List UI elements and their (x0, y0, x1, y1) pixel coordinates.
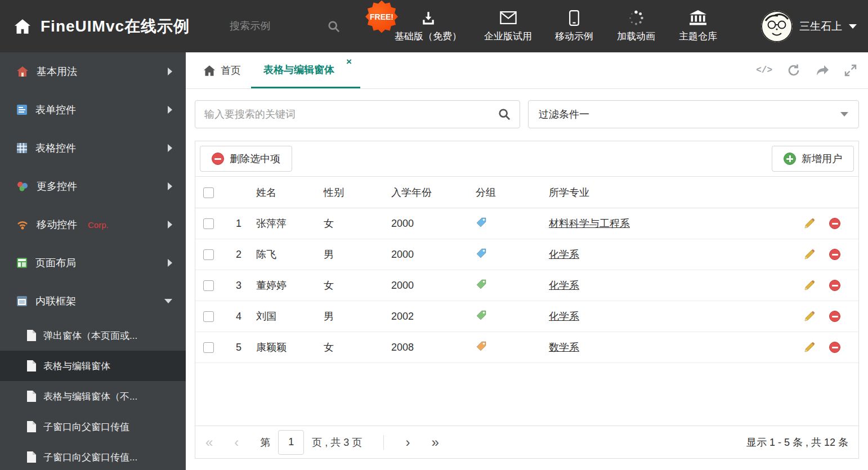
tab-grid-edit-window[interactable]: 表格与编辑窗体 × (251, 52, 360, 88)
file-icon (27, 391, 36, 402)
row-number: 5 (222, 332, 245, 363)
house-icon (17, 66, 28, 77)
table-row: 5 康颖颖 女 2008 数学系 (195, 332, 858, 363)
edit-pencil-icon[interactable] (803, 279, 816, 292)
major-link[interactable]: 数学系 (549, 342, 579, 353)
delete-selected-button[interactable]: 删除选中项 (200, 146, 292, 172)
row-checkbox[interactable] (203, 311, 214, 322)
nav-label: 主题仓库 (679, 30, 717, 43)
select-all-checkbox[interactable] (203, 187, 214, 198)
nav-item-mobile-demo[interactable]: 移动示例 (554, 10, 594, 43)
share-arrow-icon[interactable] (815, 64, 830, 77)
filter-bar: 过滤条件一 (195, 100, 859, 128)
page-number-input[interactable] (278, 430, 304, 455)
free-badge: FREE! (365, 1, 398, 33)
file-icon (27, 330, 36, 341)
filter-dropdown[interactable]: 过滤条件一 (528, 100, 859, 128)
column-header-name[interactable]: 姓名 (245, 177, 312, 208)
sidebar-item-grid-controls[interactable]: 表格控件 (0, 129, 186, 167)
tab-home[interactable]: 首页 (194, 52, 251, 88)
search-icon[interactable] (328, 20, 340, 33)
row-number: 4 (222, 301, 245, 332)
users-table: 姓名 性别 入学年份 分组 所学专业 1 张萍萍 女 2000 材料科学与工程系 (195, 176, 858, 363)
major-link[interactable]: 化学系 (549, 249, 579, 260)
delete-row-icon[interactable] (829, 342, 840, 353)
pagination-bar: « ‹ 第 页 , 共 3 页 › » 显示 1 - 5 条 , 共 12 条 (195, 426, 858, 458)
delete-row-icon[interactable] (829, 218, 840, 229)
chevron-right-icon (168, 106, 172, 114)
major-link[interactable]: 化学系 (549, 280, 579, 291)
sidebar-item-label: 表格控件 (35, 141, 76, 155)
edit-pencil-icon[interactable] (803, 341, 816, 353)
sidebar-item-form-controls[interactable]: 表单控件 (0, 91, 186, 129)
tag-icon (476, 279, 487, 290)
row-checkbox[interactable] (203, 280, 214, 291)
table-row: 1 张萍萍 女 2000 材料科学与工程系 (195, 208, 858, 239)
row-checkbox[interactable] (203, 249, 214, 260)
edit-pencil-icon[interactable] (803, 310, 816, 323)
sidebar-subitem-grid-edit-window-alt[interactable]: 表格与编辑窗体（不... (0, 381, 186, 411)
user-menu[interactable]: 三生石上 (761, 11, 868, 42)
nav-item-enterprise-trial[interactable]: 企业版试用 (484, 10, 532, 43)
tab-label: 首页 (221, 64, 241, 77)
nav-item-basic-free[interactable]: FREE! 基础版（免费） (395, 10, 462, 43)
sidebar-item-basic-usage[interactable]: 基本用法 (0, 52, 186, 91)
refresh-icon[interactable] (787, 64, 800, 77)
sidebar-item-more-controls[interactable]: 更多控件 (0, 167, 186, 205)
sidebar-subitem-grid-edit-window[interactable]: 表格与编辑窗体 (0, 351, 186, 381)
nav-item-theme-repo[interactable]: 主题仓库 (678, 10, 718, 43)
row-checkbox[interactable] (203, 218, 214, 229)
row-checkbox[interactable] (203, 342, 214, 353)
tab-label: 表格与编辑窗体 (263, 63, 334, 77)
cell-gender: 女 (312, 270, 380, 301)
prev-page-button[interactable]: ‹ (234, 436, 239, 449)
major-link[interactable]: 材料科学与工程系 (549, 218, 630, 229)
source-code-icon[interactable]: </> (756, 65, 772, 75)
first-page-button[interactable]: « (205, 436, 213, 449)
sidebar-subitem-label: 弹出窗体（本页面或... (43, 329, 137, 342)
expand-icon[interactable] (844, 64, 857, 77)
column-header-year[interactable]: 入学年份 (380, 177, 464, 208)
bank-icon (690, 10, 706, 26)
delete-row-icon[interactable] (829, 311, 840, 322)
sidebar-item-label: 页面布局 (35, 256, 76, 270)
column-header-major[interactable]: 所学专业 (538, 177, 797, 208)
avatar[interactable] (761, 11, 793, 42)
header-search-input[interactable] (230, 20, 320, 32)
caret-down-icon (849, 24, 857, 29)
keyword-search-box[interactable] (195, 100, 520, 128)
home-icon[interactable] (15, 19, 30, 34)
delete-selected-label: 删除选中项 (230, 152, 280, 165)
nav-item-loading-animation[interactable]: 加载动画 (616, 10, 656, 43)
close-icon[interactable]: × (346, 56, 352, 68)
keyword-search-input[interactable] (204, 109, 498, 120)
last-page-button[interactable]: » (431, 436, 439, 449)
sidebar-subitem-popup-window[interactable]: 弹出窗体（本页面或... (0, 320, 186, 351)
spinner-icon (628, 10, 644, 26)
file-icon (27, 451, 36, 463)
delete-row-icon[interactable] (829, 280, 840, 291)
tag-icon (476, 248, 487, 259)
grid-toolbar: 删除选中项 新增用户 (195, 141, 858, 176)
edit-pencil-icon[interactable] (803, 248, 816, 261)
nav-label: 移动示例 (555, 30, 593, 43)
sidebar-item-iframe[interactable]: 内联框架 (0, 282, 186, 320)
header-search[interactable] (230, 20, 351, 33)
table-header-row: 姓名 性别 入学年份 分组 所学专业 (195, 177, 858, 208)
sidebar-subitem-child-to-parent[interactable]: 子窗口向父窗口传值 (0, 411, 186, 442)
search-icon[interactable] (498, 108, 511, 120)
delete-row-icon[interactable] (829, 249, 840, 260)
sidebar: 基本用法 表单控件 表格控件 更多控件 移动控件 Corp. 页面布局 (0, 52, 186, 470)
major-link[interactable]: 化学系 (549, 311, 579, 322)
column-header-group[interactable]: 分组 (464, 177, 538, 208)
add-user-button[interactable]: 新增用户 (772, 146, 854, 172)
layout-icon (17, 258, 27, 268)
edit-pencil-icon[interactable] (803, 217, 816, 230)
sidebar-subitem-child-to-parent-2[interactable]: 子窗口向父窗口传值... (0, 442, 186, 470)
sidebar-item-mobile-controls[interactable]: 移动控件 Corp. (0, 205, 186, 244)
sidebar-item-page-layout[interactable]: 页面布局 (0, 244, 186, 282)
page-label-suffix: 页 , 共 3 页 (312, 436, 362, 449)
next-page-button[interactable]: › (405, 436, 410, 449)
cell-name: 张萍萍 (245, 208, 312, 239)
column-header-gender[interactable]: 性别 (312, 177, 380, 208)
